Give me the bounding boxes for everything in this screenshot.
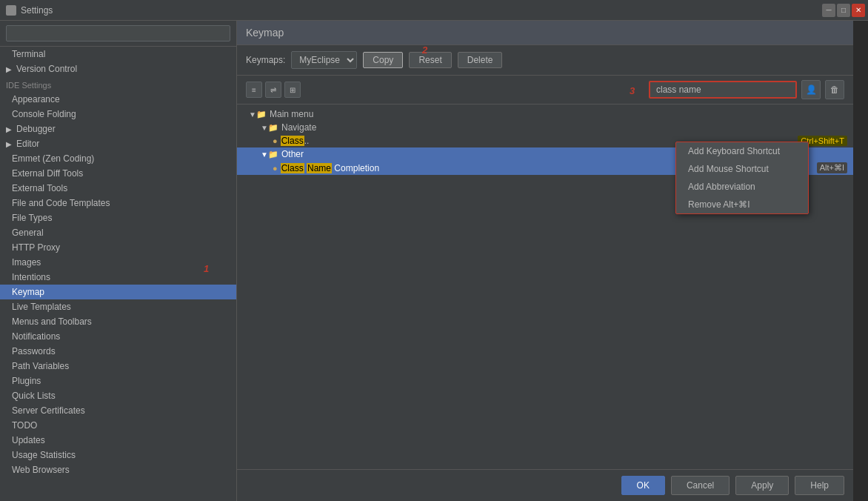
reset-button[interactable]: Reset <box>409 52 451 68</box>
apply-button[interactable]: Apply <box>735 476 789 495</box>
folder-icon: 📁 <box>268 150 278 159</box>
panel-title: Keymap <box>246 27 284 39</box>
chevron-icon: ▶ <box>6 65 13 73</box>
sidebar-item-external-tools[interactable]: External Tools <box>0 181 236 196</box>
filter-icons: ≡ ⇌ ⊞ <box>246 82 301 98</box>
panel-header: Keymap <box>237 21 853 45</box>
sidebar-item-updates[interactable]: Updates <box>0 433 236 448</box>
title-bar: Settings ─ □ ✕ <box>0 0 868 21</box>
help-button[interactable]: Help <box>795 476 844 495</box>
context-menu-remove-alt[interactable]: Remove Alt+⌘I <box>676 196 808 213</box>
sidebar-item-appearance[interactable]: Appearance <box>0 92 236 107</box>
copy-button[interactable]: Copy <box>363 52 403 68</box>
sidebar-item-passwords[interactable]: Passwords <box>0 344 236 359</box>
sidebar-item-editor[interactable]: ▶ Editor <box>0 136 236 151</box>
sidebar-item-path-variables[interactable]: Path Variables <box>0 359 236 374</box>
minimize-button[interactable]: ─ <box>822 4 835 17</box>
bottom-bar: OK Cancel Apply Help <box>237 469 853 501</box>
keymaps-label: Keymaps: <box>246 55 285 65</box>
sidebar-section-ide-settings: IDE Settings <box>0 76 236 92</box>
tree-item-navigate[interactable]: ▼ 📁 Navigate <box>237 121 853 134</box>
keymap-select[interactable]: MyEclipse <box>291 51 357 69</box>
filter-icon-3[interactable]: ⊞ <box>284 82 301 98</box>
sidebar-item-debugger[interactable]: ▶ Debugger <box>0 122 236 136</box>
filter-icon-1[interactable]: ≡ <box>246 82 262 98</box>
maximize-button[interactable]: □ <box>837 4 850 17</box>
context-menu-add-mouse[interactable]: Add Mouse Shortcut <box>676 160 808 178</box>
folder-icon: 📁 <box>256 110 267 119</box>
chevron-icon: ▶ <box>6 140 13 148</box>
sidebar-search-input[interactable] <box>6 25 230 42</box>
folder-icon: 📁 <box>268 123 278 133</box>
sidebar-item-menus-toolbars[interactable]: Menus and Toolbars <box>0 314 236 329</box>
tree-item-main-menu[interactable]: ▼ 📁 Main menu <box>237 107 853 121</box>
ok-button[interactable]: OK <box>621 476 665 495</box>
chevron-icon: ▶ <box>6 125 13 133</box>
right-edge-panel <box>853 21 868 501</box>
filter-icon-2[interactable]: ⇌ <box>265 82 281 98</box>
delete-button[interactable]: Delete <box>458 52 503 68</box>
badge-3: 3 <box>630 85 635 96</box>
app-icon <box>6 5 16 16</box>
sidebar-search-box <box>0 21 236 47</box>
sidebar-item-quick-lists[interactable]: Quick Lists <box>0 388 236 403</box>
sidebar-item-terminal[interactable]: Terminal <box>0 47 236 62</box>
expand-icon: ▼ <box>249 110 256 119</box>
sidebar: Terminal ▶ Version Control IDE Settings … <box>0 21 237 501</box>
item-icon: ● <box>273 164 278 173</box>
expand-icon: ▼ <box>261 150 268 159</box>
title-bar-controls: ─ □ ✕ <box>822 4 865 17</box>
shortcut-alt: Alt+⌘I <box>817 162 847 173</box>
sidebar-item-external-diff-tools[interactable]: External Diff Tools <box>0 166 236 181</box>
sidebar-item-http-proxy[interactable]: HTTP Proxy <box>0 240 236 255</box>
context-menu-add-keyboard[interactable]: Add Keyboard Shortcut <box>676 142 808 160</box>
expand-icon: ▼ <box>261 124 268 132</box>
context-menu-add-abbreviation[interactable]: Add Abbreviation <box>676 178 808 196</box>
sidebar-item-todo[interactable]: TODO <box>0 418 236 433</box>
sidebar-item-web-browsers[interactable]: Web Browsers <box>0 462 236 477</box>
sidebar-item-console-folding[interactable]: Console Folding <box>0 107 236 122</box>
sidebar-item-emmet[interactable]: Emmet (Zen Coding) <box>0 151 236 166</box>
badge-1: 1 <box>204 263 209 274</box>
title-bar-text: Settings <box>6 5 53 16</box>
sidebar-item-server-certificates[interactable]: Server Certificates <box>0 403 236 418</box>
keymap-search-input[interactable] <box>649 81 797 99</box>
sidebar-list: Terminal ▶ Version Control IDE Settings … <box>0 47 236 501</box>
keymap-controls-row: Keymaps: MyEclipse Copy Reset Delete <box>237 45 853 76</box>
filter-search-row: ≡ ⇌ ⊞ 👤 🗑 <box>237 76 853 104</box>
sidebar-item-images[interactable]: Images <box>0 255 236 270</box>
sidebar-item-live-templates[interactable]: Live Templates <box>0 299 236 314</box>
window-title: Settings <box>21 5 53 16</box>
sidebar-item-plugins[interactable]: Plugins <box>0 374 236 388</box>
context-menu: Add Keyboard Shortcut Add Mouse Shortcut… <box>675 142 809 214</box>
close-button[interactable]: ✕ <box>852 4 865 17</box>
sidebar-item-keymap[interactable]: Keymap <box>0 285 236 299</box>
right-panel: Keymap Keymaps: MyEclipse Copy Reset Del… <box>237 21 853 501</box>
sidebar-item-file-types[interactable]: File Types <box>0 210 236 225</box>
badge-2: 2 <box>422 44 427 56</box>
search-user-icon[interactable]: 👤 <box>801 80 821 99</box>
tree-area: ▼ 📁 Main menu ▼ 📁 Navigate ● Class.. Ctr… <box>237 104 853 469</box>
main-container: Terminal ▶ Version Control IDE Settings … <box>0 21 868 501</box>
clear-search-icon[interactable]: 🗑 <box>825 80 844 99</box>
sidebar-item-notifications[interactable]: Notifications <box>0 329 236 344</box>
sidebar-item-general[interactable]: General <box>0 225 236 240</box>
cancel-button[interactable]: Cancel <box>671 476 730 495</box>
item-icon: ● <box>273 136 278 145</box>
sidebar-item-usage-statistics[interactable]: Usage Statistics <box>0 448 236 462</box>
sidebar-item-intentions[interactable]: Intentions <box>0 270 236 285</box>
sidebar-item-version-control[interactable]: ▶ Version Control <box>0 62 236 76</box>
sidebar-item-file-code-templates[interactable]: File and Code Templates <box>0 196 236 210</box>
